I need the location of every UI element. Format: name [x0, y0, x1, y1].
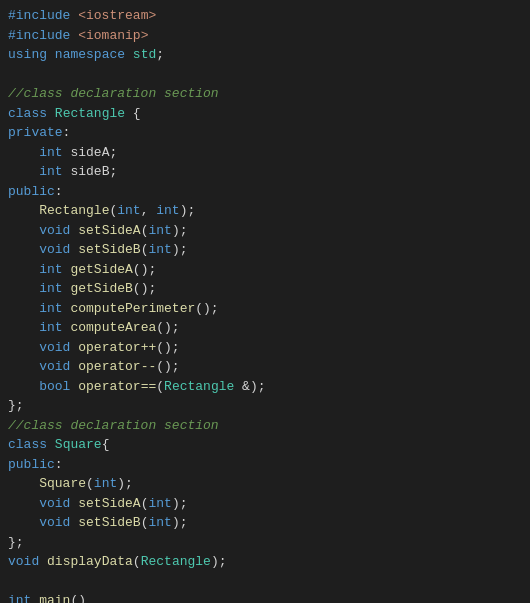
code-token: }; — [8, 535, 24, 550]
code-line: int sideA; — [0, 143, 530, 163]
code-line: //class declaration section — [0, 84, 530, 104]
line-content: void setSideB(int); — [8, 513, 522, 533]
code-token: { — [125, 106, 141, 121]
code-token: class — [8, 437, 47, 452]
code-token: operator-- — [78, 359, 156, 374]
code-line: int computePerimeter(); — [0, 299, 530, 319]
code-token: int — [39, 301, 62, 316]
line-content: int computePerimeter(); — [8, 299, 522, 319]
code-token: ); — [180, 203, 196, 218]
code-token: (); — [156, 340, 179, 355]
code-token: <iostream> — [78, 8, 156, 23]
code-token: : — [55, 457, 63, 472]
line-content: void setSideA(int); — [8, 221, 522, 241]
code-token: computeArea — [70, 320, 156, 335]
line-content: int sideA; — [8, 143, 522, 163]
code-token: void — [39, 340, 70, 355]
code-token: Rectangle — [39, 203, 109, 218]
code-token — [47, 47, 55, 62]
code-token: //class declaration section — [8, 418, 219, 433]
code-token: getSideB — [70, 281, 132, 296]
code-line: bool operator==(Rectangle &); — [0, 377, 530, 397]
code-token — [8, 301, 39, 316]
code-token — [47, 437, 55, 452]
code-line: //class declaration section — [0, 416, 530, 436]
code-line: void displayData(Rectangle); — [0, 552, 530, 572]
code-token: int — [39, 281, 62, 296]
code-token — [8, 242, 39, 257]
code-token: void — [8, 554, 39, 569]
code-line — [0, 65, 530, 85]
code-line: class Rectangle { — [0, 104, 530, 124]
code-line: int computeArea(); — [0, 318, 530, 338]
code-token: ); — [211, 554, 227, 569]
code-token: Rectangle — [141, 554, 211, 569]
code-line: int getSideA(); — [0, 260, 530, 280]
code-token: Square — [55, 437, 102, 452]
code-token: int — [117, 203, 140, 218]
line-content: void operator++(); — [8, 338, 522, 358]
code-token: int — [8, 593, 31, 603]
code-token: bool — [39, 379, 70, 394]
code-token: ); — [117, 476, 133, 491]
line-content: int main() — [8, 591, 522, 603]
code-token: ; — [156, 47, 164, 62]
code-token: void — [39, 515, 70, 530]
code-token: int — [39, 164, 62, 179]
line-content: //class declaration section — [8, 84, 522, 104]
code-token: ); — [172, 496, 188, 511]
line-content: //class declaration section — [8, 416, 522, 436]
code-line: public: — [0, 182, 530, 202]
code-token: void — [39, 223, 70, 238]
code-token: Rectangle — [55, 106, 125, 121]
code-token: namespace — [55, 47, 125, 62]
code-token: setSideA — [78, 496, 140, 511]
line-content — [8, 572, 522, 592]
code-token — [8, 359, 39, 374]
code-line: private: — [0, 123, 530, 143]
code-token: int — [94, 476, 117, 491]
code-token: ); — [172, 515, 188, 530]
code-line: int getSideB(); — [0, 279, 530, 299]
code-token: ); — [172, 223, 188, 238]
code-token — [8, 515, 39, 530]
code-token: int — [148, 223, 171, 238]
line-content: bool operator==(Rectangle &); — [8, 377, 522, 397]
code-token: (); — [195, 301, 218, 316]
line-content: Rectangle(int, int); — [8, 201, 522, 221]
code-token: ( — [133, 554, 141, 569]
code-token — [8, 281, 39, 296]
code-token: computePerimeter — [70, 301, 195, 316]
code-token: void — [39, 242, 70, 257]
line-content: }; — [8, 396, 522, 416]
line-content: #include <iomanip> — [8, 26, 522, 46]
code-token: int — [39, 320, 62, 335]
line-content: int computeArea(); — [8, 318, 522, 338]
code-line: public: — [0, 455, 530, 475]
code-token: : — [63, 125, 71, 140]
code-token: ( — [86, 476, 94, 491]
code-token — [8, 164, 39, 179]
line-content: int getSideA(); — [8, 260, 522, 280]
code-token: setSideB — [78, 242, 140, 257]
code-token: operator== — [78, 379, 156, 394]
code-token: int — [148, 496, 171, 511]
code-token — [8, 203, 39, 218]
code-token: (); — [133, 262, 156, 277]
code-line — [0, 572, 530, 592]
line-content: void displayData(Rectangle); — [8, 552, 522, 572]
code-token: Rectangle — [164, 379, 234, 394]
code-line: void setSideB(int); — [0, 240, 530, 260]
code-token — [39, 554, 47, 569]
code-line: int sideB; — [0, 162, 530, 182]
code-token: ( — [156, 379, 164, 394]
code-token — [47, 106, 55, 121]
line-content: class Rectangle { — [8, 104, 522, 124]
code-token: : — [55, 184, 63, 199]
code-token: //class declaration section — [8, 86, 219, 101]
code-token: { — [102, 437, 110, 452]
code-token: setSideB — [78, 515, 140, 530]
code-token: Square — [39, 476, 86, 491]
code-token: public — [8, 457, 55, 472]
code-token — [8, 496, 39, 511]
